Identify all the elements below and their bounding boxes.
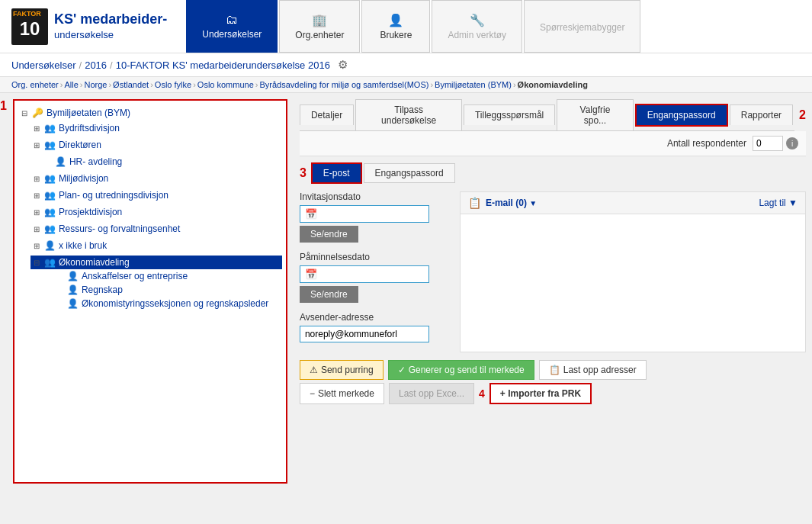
email-table: 📋 E-mail (0) ▼ Lagt til ▼ — [460, 191, 806, 352]
tab-valgfrie[interactable]: Valgfrie spo... — [557, 99, 633, 130]
number2-label: 2 — [799, 108, 806, 122]
sub-breadcrumb: Org. enheter › Alle › Norge › Østlandet … — [0, 77, 812, 93]
paminnelsesdato-group: Påminnelsesdato 📅 Se/endre — [300, 252, 452, 303]
tree-icon-regnskap: 👤 — [67, 285, 79, 295]
nav-tab-org-label: Org.enheter — [295, 30, 344, 40]
tree-label-ans: Anskaffelser og entreprise — [82, 271, 188, 281]
tab-detaljer[interactable]: Detaljer — [300, 104, 354, 125]
tree-row-okonomi[interactable]: ⊟ 👥 Økonomiavdeling — [30, 256, 282, 269]
tree-row-miljo[interactable]: ⊞ 👥 Miljødivisjon — [30, 172, 282, 185]
tree-row-hr[interactable]: 👤 HR- avdeling — [41, 155, 282, 169]
breadcrumb-undersokelser[interactable]: Undersøkelser — [11, 59, 76, 71]
sub-bc-norge[interactable]: Norge — [84, 80, 107, 89]
nav-tab-undersokelser[interactable]: 🗂 Undersøkelser — [186, 0, 278, 53]
se-endre-button-paminnelse[interactable]: Se/endre — [300, 286, 358, 303]
tree-row-bym[interactable]: ⊟ 🔑 Bymiljøetaten (BYM) — [18, 106, 282, 120]
tree-icon-prosjekt: 👥 — [44, 207, 56, 217]
tree-icon-okostyring: 👤 — [67, 298, 79, 309]
expand-icon-ressurs: ⊞ — [34, 225, 44, 233]
tab-rapporter[interactable]: Rapporter — [730, 104, 793, 125]
number4-label: 4 — [479, 387, 485, 400]
tree-item-bym: ⊟ 🔑 Bymiljøetaten (BYM) ⊞ 👥 Bydriftsdivi… — [18, 104, 282, 313]
breadcrumb-survey[interactable]: 10-FAKTOR KS' medarbeiderundersøkelse 20… — [116, 59, 330, 71]
respondents-row: Antall respondenter 0 i — [300, 131, 806, 156]
send-purring-button[interactable]: ⚠ Send purring — [300, 360, 384, 380]
logo-title-line1: KS' medarbeider- — [54, 11, 167, 28]
tree-label-dir: Direktøren — [59, 140, 101, 150]
sub-bc-oslo-fylke[interactable]: Oslo fylke — [155, 80, 191, 89]
tree-label-hr: HR- avdeling — [69, 156, 122, 167]
tree-icon-dir: 👥 — [44, 140, 56, 150]
nav-tab-brukere-label: Brukere — [380, 30, 412, 40]
last-opp-button[interactable]: 📋 Last opp adresser — [539, 360, 647, 380]
info-icon[interactable]: i — [786, 137, 798, 149]
tree-row-dir[interactable]: ⊞ 👥 Direktøren — [30, 138, 282, 152]
tab-tillegg[interactable]: Tilleggsspørsmål — [464, 104, 555, 125]
paminnelsesdato-input[interactable] — [320, 269, 412, 280]
tab-tilpass[interactable]: Tilpass undersøkelse — [355, 99, 462, 130]
lagt-til-arrow: ▼ — [788, 198, 798, 208]
expand-icon-okonomi: ⊟ — [34, 259, 44, 267]
logo-text: KS' medarbeider- undersøkelse — [54, 11, 167, 41]
expand-icon-miljo: ⊞ — [34, 175, 44, 183]
factor-label: FAKTOR — [13, 10, 41, 18]
table-header: 📋 E-mail (0) ▼ Lagt til ▼ — [461, 192, 805, 214]
expand-icon-bym: ⊟ — [21, 109, 32, 117]
tree-label-okonomi: Økonomiavdeling — [59, 257, 130, 268]
inner-tab-engangspassord[interactable]: Engangspassord — [364, 163, 455, 183]
email-label: E-mail (0) — [486, 198, 527, 208]
sub-bc-byrad[interactable]: Byrådsavdeling for miljø og samferdsel(M… — [259, 80, 428, 89]
tree-children-okonomi: 👤 Anskaffelser og entreprise 👤 Regnskap — [43, 269, 282, 310]
nav-tab-sporreskjema-label: Spørreskjemabygger — [540, 22, 624, 33]
tree-label-xikke: x ikke i bruk — [59, 240, 107, 251]
gear-icon[interactable]: ⚙ — [338, 58, 348, 72]
tree-row-bydrift[interactable]: ⊞ 👥 Bydriftsdivisjon — [30, 121, 282, 135]
respondents-input[interactable]: 0 — [753, 136, 783, 151]
tree-icon-bym: 🔑 — [32, 108, 43, 118]
tree-icon-xikke: 👤 — [44, 240, 56, 251]
brukere-icon: 👤 — [388, 13, 403, 27]
minus-icon: − — [310, 388, 315, 399]
invitasjonsdato-input[interactable] — [320, 209, 412, 220]
avsender-input[interactable] — [300, 326, 429, 342]
tree-children-bym: ⊞ 👥 Bydriftsdivisjon ⊞ 👥 Direktøren — [30, 120, 282, 312]
expand-icon-prosjekt: ⊞ — [34, 208, 44, 217]
tree-row-okostyring[interactable]: 👤 Økonomistyringsseksjonen og regnskapsl… — [53, 297, 282, 310]
bottom-buttons-row2: − Slett merkede Last opp Exce... 4 + Imp… — [300, 383, 806, 404]
sub-bc-org-enheter[interactable]: Org. enheter — [11, 80, 59, 89]
tree-row-regnskap[interactable]: 👤 Regnskap — [53, 283, 282, 297]
tree-item-plan: ⊞ 👥 Plan- og utredningsdivisjon — [30, 187, 282, 204]
inner-tab-epost[interactable]: E-post — [311, 162, 362, 184]
form-and-table: Invitasjonsdato 📅 Se/endre Påminnelsesda… — [300, 191, 806, 352]
nav-tab-org-enheter[interactable]: 🏢 Org.enheter — [279, 0, 360, 53]
sub-bc-ostlandet[interactable]: Østlandet — [113, 80, 149, 89]
tree-row-xikke[interactable]: ⊞ 👤 x ikke i bruk — [30, 239, 282, 252]
tree-item-xikke: ⊞ 👤 x ikke i bruk — [30, 237, 282, 254]
tree-item-miljo: ⊞ 👥 Miljødivisjon — [30, 170, 282, 187]
logo-box: FAKTOR 10 — [11, 8, 48, 45]
tab-engangspassord[interactable]: Engangspassord — [635, 104, 728, 127]
generer-button[interactable]: ✓ Generer og send til merkede — [388, 360, 534, 380]
slett-button[interactable]: − Slett merkede — [300, 383, 384, 404]
tree-row-prosjekt[interactable]: ⊞ 👥 Prosjektdivisjon — [30, 205, 282, 219]
org-enheter-icon: 🏢 — [312, 13, 327, 27]
importer-button[interactable]: + Importer fra PRK — [489, 383, 592, 404]
logo-area: FAKTOR 10 KS' medarbeider- undersøkelse — [0, 8, 178, 45]
tree-row-plan[interactable]: ⊞ 👥 Plan- og utredningsdivisjon — [30, 188, 282, 202]
nav-tab-brukere[interactable]: 👤 Brukere — [361, 0, 430, 53]
breadcrumb-2016[interactable]: 2016 — [85, 59, 107, 71]
se-endre-button-invitasjon[interactable]: Se/endre — [300, 226, 358, 243]
expand-icon-bydrift: ⊞ — [34, 124, 44, 133]
sub-bc-alle[interactable]: Alle — [64, 80, 78, 89]
tree-row-ans[interactable]: 👤 Anskaffelser og entreprise — [53, 269, 282, 283]
header: FAKTOR 10 KS' medarbeider- undersøkelse … — [0, 0, 812, 53]
last-excel-button: Last opp Exce... — [389, 383, 474, 404]
email-dropdown[interactable]: E-mail (0) ▼ — [486, 198, 537, 208]
lagt-til-label[interactable]: Lagt til ▼ — [759, 198, 798, 208]
tree-row-ressurs[interactable]: ⊞ 👥 Ressurs- og forvaltningsenhet — [30, 222, 282, 236]
sub-bc-oslo-kommune[interactable]: Oslo kommune — [197, 80, 254, 89]
import-wrapper: 4 + Importer fra PRK — [479, 383, 592, 404]
tree-label-ressurs: Ressurs- og forvaltningsenhet — [59, 223, 180, 234]
expand-icon-plan: ⊞ — [34, 191, 44, 200]
sub-bc-bym[interactable]: Bymiljøetaten (BYM) — [435, 80, 512, 89]
